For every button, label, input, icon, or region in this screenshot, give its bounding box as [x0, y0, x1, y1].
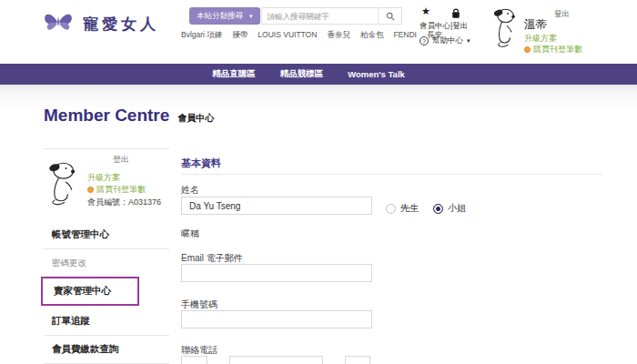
site-logo[interactable]: 寵愛女人: [42, 8, 159, 39]
phone-area-field[interactable]: [181, 356, 207, 364]
sidebar-item-account-management[interactable]: 帳號管理中心: [44, 221, 169, 249]
phone-ext-field[interactable]: [345, 356, 370, 364]
quick-link[interactable]: FENDI: [393, 30, 417, 41]
sidebar-divider: [44, 148, 169, 149]
gender-mr-label: 先生: [400, 202, 419, 215]
radio-selected-icon: [433, 204, 443, 214]
member-centre-logout-links[interactable]: 會員中心|登出: [420, 21, 468, 32]
search-category-label: 本站分類搜尋: [197, 11, 243, 22]
quick-link[interactable]: 柏金包: [360, 30, 384, 41]
search-button[interactable]: [378, 8, 401, 24]
search-icon: [386, 8, 395, 25]
section-title-basic-info: 基本資料: [181, 157, 221, 170]
sidebar-item-seller-management[interactable]: 賣家管理中心: [41, 277, 139, 306]
name-field[interactable]: [181, 197, 372, 215]
nav-item-auction[interactable]: 精品競標區: [280, 68, 324, 80]
help-centre-menu[interactable]: ? 幫助中心 ▾: [420, 35, 470, 46]
phone-label: 聯絡電話: [181, 344, 217, 357]
nav-item-direct-buy[interactable]: 精品直購區: [212, 68, 256, 80]
chevron-down-icon: ▾: [249, 13, 253, 19]
email-label: Email 電子郵件: [181, 252, 243, 265]
quick-link[interactable]: 腰帶: [232, 30, 248, 41]
gender-option-mr[interactable]: 先生: [386, 202, 419, 215]
gender-ms-label: 小姐: [448, 202, 466, 215]
quick-link[interactable]: LOUIS VUITTON: [258, 30, 317, 41]
gender-option-ms[interactable]: 小姐: [433, 202, 466, 215]
coin-icon: [87, 187, 94, 193]
chevron-down-icon: ▾: [467, 37, 470, 45]
nickname-label: 暱稱: [181, 228, 199, 240]
sidebar-avatar: [42, 161, 82, 210]
search-category-dropdown[interactable]: 本站分類搜尋 ▾: [189, 7, 260, 25]
sidebar-buy-listing-quota-link[interactable]: 購買刊登筆數: [87, 184, 146, 196]
mobile-field[interactable]: [181, 310, 372, 329]
butterfly-logo-icon: [42, 8, 75, 39]
header-logout-link[interactable]: 登出: [554, 9, 570, 20]
sidebar-item-membership-fee-inquiry[interactable]: 會員費繳款查詢: [44, 336, 169, 364]
member-centre-page: 寵愛女人 本站分類搜尋 ▾ Bvlgari 項鍊 腰帶 LOUIS VUITTO…: [0, 0, 637, 364]
radio-unselected-icon: [386, 204, 396, 214]
main-nav: 精品直購區 精品競標區 Women's Talk: [0, 64, 637, 85]
sidebar-upgrade-plan-link[interactable]: 升級方案: [87, 172, 120, 184]
site-logo-text: 寵愛女人: [83, 14, 159, 35]
sidebar-logout-link[interactable]: 登出: [113, 154, 129, 166]
search-input[interactable]: [262, 8, 378, 24]
site-search-bar: 本站分類搜尋 ▾: [189, 7, 402, 25]
buy-listing-quota-link[interactable]: 購買刊登筆數: [524, 44, 582, 56]
gender-radio-group: 先生 小姐: [386, 202, 466, 215]
page-title: Member Centre 會員中心: [44, 106, 214, 126]
mobile-label: 手機號碼: [181, 298, 217, 311]
user-avatar: [490, 5, 519, 55]
search-input-wrap: [261, 7, 402, 25]
member-id: 會員編號：A031376: [87, 197, 161, 208]
search-quick-links: Bvlgari 項鍊 腰帶 LOUIS VUITTON 香奈兒 柏金包 FEND…: [181, 30, 442, 41]
buy-listing-quota-label: 購買刊登筆數: [533, 44, 582, 56]
page-title-en: Member Centre: [44, 106, 169, 126]
favorites-star-icon[interactable]: ★: [421, 5, 430, 17]
sidebar-item-change-password[interactable]: 密碼更改: [44, 249, 169, 275]
name-label: 姓名: [181, 184, 199, 197]
quick-link[interactable]: 香奈兒: [327, 30, 350, 41]
coin-icon: [524, 46, 531, 53]
sidebar-menu: 帳號管理中心 密碼更改 賣家管理中心 訂單追蹤 會員費繳款查詢 文章管理: [44, 221, 169, 364]
sidebar-buy-listing-quota-label: 購買刊登筆數: [96, 184, 146, 196]
user-name: 溫蒂: [524, 17, 547, 33]
phone-number-field[interactable]: [229, 356, 323, 364]
form-divider: [181, 174, 602, 175]
help-centre-label: 幫助中心: [432, 35, 463, 46]
page-title-zh: 會員中心: [177, 112, 214, 125]
quick-link[interactable]: Bvlgari 項鍊: [181, 30, 222, 41]
help-icon: ?: [420, 36, 429, 46]
email-field[interactable]: [181, 264, 372, 282]
nav-item-womens-talk[interactable]: Women's Talk: [348, 69, 405, 79]
sidebar-item-order-tracking[interactable]: 訂單追蹤: [44, 308, 169, 336]
